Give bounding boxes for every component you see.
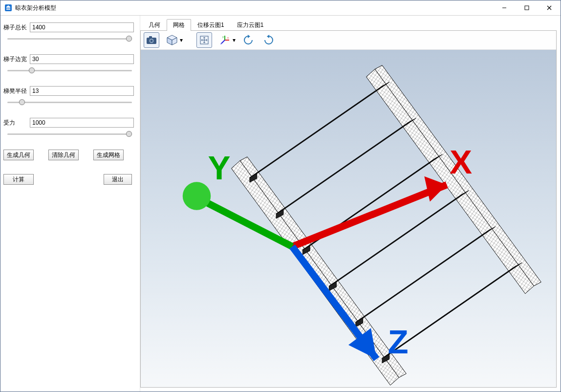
compute-button[interactable]: 计算 <box>3 174 34 185</box>
window-title: 晾衣架分析模型 <box>15 4 56 12</box>
app-icon <box>4 4 12 12</box>
camera-icon <box>146 36 157 44</box>
svg-marker-38 <box>382 263 522 358</box>
svg-marker-20 <box>267 35 269 38</box>
axes-toggle-button[interactable]: x y z <box>217 32 233 48</box>
axes-dropdown[interactable]: ▾ <box>233 37 236 44</box>
axes-icon: x y z <box>219 35 230 45</box>
svg-marker-26 <box>231 161 399 385</box>
svg-marker-34 <box>329 191 469 286</box>
fit-icon <box>199 35 209 45</box>
input-side-width[interactable] <box>30 54 134 64</box>
sidebar: 梯子总长 梯子边宽 梯凳半径 受力 生成几何 清除几何 <box>0 16 140 392</box>
svg-marker-28 <box>250 82 389 177</box>
maximize-button[interactable] <box>516 0 538 15</box>
view-cube-dropdown[interactable]: ▾ <box>180 37 183 44</box>
svg-text:y: y <box>222 35 224 38</box>
viewport-toolbar: ▾ <box>141 31 556 50</box>
slider-force[interactable] <box>7 131 132 137</box>
slider-total-length[interactable] <box>7 35 132 42</box>
minimize-button[interactable] <box>493 0 516 15</box>
label-side-width: 梯子边宽 <box>3 55 29 64</box>
slider-side-width[interactable] <box>7 67 132 74</box>
svg-line-15 <box>221 40 225 44</box>
slider-rung-radius[interactable] <box>7 99 132 106</box>
input-total-length[interactable] <box>30 22 134 32</box>
tab-stress[interactable]: 应力云图1 <box>231 19 270 31</box>
main-panel: 几何 网格 位移云图1 应力云图1 <box>140 16 561 392</box>
cube-icon <box>166 34 178 46</box>
viewport-wrap: ▾ <box>140 30 557 388</box>
tab-mesh[interactable]: 网格 <box>167 19 191 31</box>
app-window: 晾衣架分析模型 梯子总长 梯子边宽 梯凳半径 <box>0 0 561 392</box>
snapshot-button[interactable] <box>144 32 159 48</box>
svg-marker-25 <box>375 65 541 286</box>
label-force: 受力 <box>3 119 29 127</box>
close-button[interactable] <box>538 0 561 15</box>
svg-text:z: z <box>220 42 222 45</box>
rotate-cw-button[interactable] <box>261 32 277 48</box>
titlebar: 晾衣架分析模型 <box>0 0 561 16</box>
fit-view-button[interactable] <box>196 32 212 48</box>
rotate-ccw-button[interactable] <box>240 32 256 48</box>
view-cube-button[interactable] <box>164 32 180 48</box>
generate-mesh-button[interactable]: 生成网格 <box>93 150 124 160</box>
exit-button[interactable]: 退出 <box>104 174 132 185</box>
clear-geometry-button[interactable]: 清除几何 <box>48 150 79 160</box>
label-rung-radius: 梯凳半径 <box>3 87 29 95</box>
svg-marker-19 <box>248 35 250 38</box>
svg-rect-6 <box>149 36 152 38</box>
input-force[interactable] <box>30 118 134 128</box>
rotate-cw-icon <box>263 35 274 45</box>
label-total-length: 梯子总长 <box>3 23 29 32</box>
svg-marker-36 <box>356 227 496 322</box>
svg-rect-2 <box>525 6 529 10</box>
tabs: 几何 网格 位移云图1 应力云图1 <box>140 20 557 30</box>
svg-text:x: x <box>227 36 229 39</box>
svg-marker-27 <box>240 157 406 377</box>
svg-marker-30 <box>276 118 416 214</box>
viewport-3d[interactable]: X Y Z <box>141 50 556 387</box>
generate-geometry-button[interactable]: 生成几何 <box>3 150 34 160</box>
svg-point-8 <box>151 40 153 42</box>
tab-displacement[interactable]: 位移云图1 <box>191 19 231 31</box>
svg-marker-24 <box>366 69 534 293</box>
rotate-ccw-icon <box>243 35 254 45</box>
svg-marker-32 <box>302 154 442 250</box>
model-mesh <box>141 50 556 387</box>
input-rung-radius[interactable] <box>30 86 134 96</box>
tab-geometry[interactable]: 几何 <box>142 19 167 31</box>
